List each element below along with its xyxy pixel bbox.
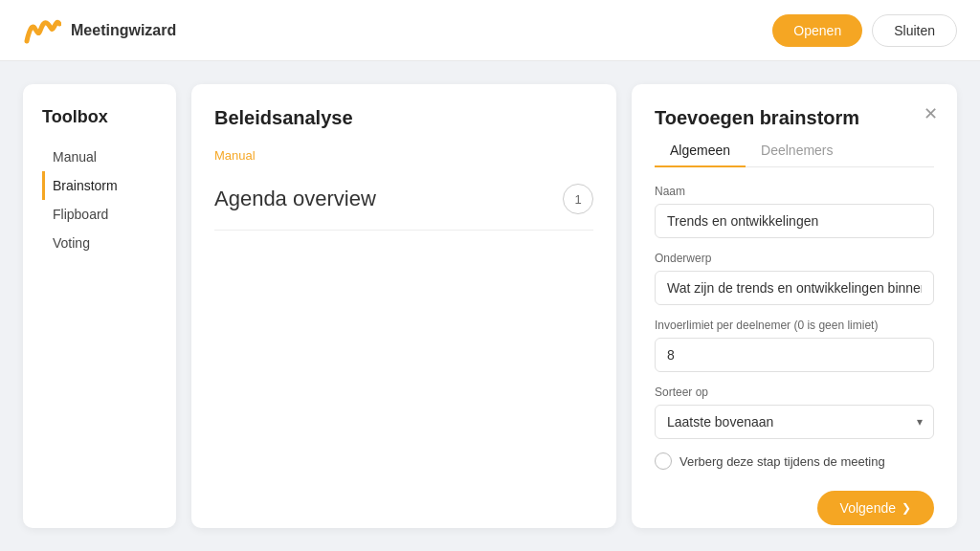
volgende-button[interactable]: Volgende ❯ <box>817 491 934 525</box>
agenda-panel: Beleidsanalyse Manual Agenda overview 1 <box>191 84 616 528</box>
onderwerp-input[interactable] <box>655 271 934 305</box>
toolbox-panel: Toolbox Manual Brainstorm Flipboard Voti… <box>23 84 176 528</box>
sorteer-label: Sorteer op <box>655 386 934 399</box>
agenda-item-row: Agenda overview 1 <box>214 168 593 231</box>
toolbox-item-brainstorm[interactable]: Brainstorm <box>42 171 157 200</box>
naam-group: Naam <box>655 185 934 238</box>
agenda-item-number: 1 <box>563 184 593 214</box>
logo-icon <box>23 14 61 47</box>
tabs: Algemeen Deelnemers <box>655 133 934 167</box>
header-buttons: Openen Sluiten <box>772 14 957 47</box>
main-area: Toolbox Manual Brainstorm Flipboard Voti… <box>0 61 980 551</box>
volgende-label: Volgende <box>840 500 896 516</box>
tab-deelnemers[interactable]: Deelnemers <box>746 133 848 167</box>
form-title: Toevoegen brainstorm <box>655 107 934 129</box>
openen-button[interactable]: Openen <box>772 14 862 47</box>
agenda-section-label: Manual <box>214 148 593 163</box>
invoerlimiet-input[interactable] <box>655 338 934 372</box>
invoerlimiet-label: Invoerlimiet per deelnemer (0 is geen li… <box>655 319 934 332</box>
sluiten-button[interactable]: Sluiten <box>872 14 957 47</box>
naam-input[interactable] <box>655 204 934 238</box>
sorteer-select[interactable]: Laatste bovenaan Eerste bovenaan Alfabet… <box>655 405 934 439</box>
checkbox-label: Verberg deze stap tijdens de meeting <box>679 454 885 469</box>
agenda-title: Beleidsanalyse <box>214 107 593 129</box>
toolbox-item-voting[interactable]: Voting <box>42 229 157 257</box>
brainstorm-form-panel: Toevoegen brainstorm ✕ Algemeen Deelneme… <box>632 84 957 528</box>
toolbox-item-manual[interactable]: Manual <box>42 143 157 171</box>
onderwerp-group: Onderwerp <box>655 252 934 305</box>
invoerlimiet-group: Invoerlimiet per deelnemer (0 is geen li… <box>655 319 934 372</box>
checkbox-row: Verberg deze stap tijdens de meeting <box>655 452 934 470</box>
tab-algemeen[interactable]: Algemeen <box>655 133 746 167</box>
sorteer-select-wrapper: Laatste bovenaan Eerste bovenaan Alfabet… <box>655 405 934 439</box>
toolbox-items: Manual Brainstorm Flipboard Voting <box>42 143 157 257</box>
sorteer-group: Sorteer op Laatste bovenaan Eerste boven… <box>655 386 934 439</box>
onderwerp-label: Onderwerp <box>655 252 934 265</box>
chevron-right-icon: ❯ <box>902 501 911 515</box>
header: Meetingwizard Openen Sluiten <box>0 0 980 61</box>
agenda-item-name: Agenda overview <box>214 187 376 211</box>
logo-area: Meetingwizard <box>23 14 176 47</box>
toolbox-title: Toolbox <box>42 107 157 127</box>
close-button[interactable]: ✕ <box>924 103 938 124</box>
toolbox-item-flipboard[interactable]: Flipboard <box>42 200 157 229</box>
hide-step-checkbox[interactable] <box>655 452 672 470</box>
naam-label: Naam <box>655 185 934 198</box>
form-footer: Volgende ❯ <box>655 491 934 525</box>
logo-text: Meetingwizard <box>71 22 176 39</box>
